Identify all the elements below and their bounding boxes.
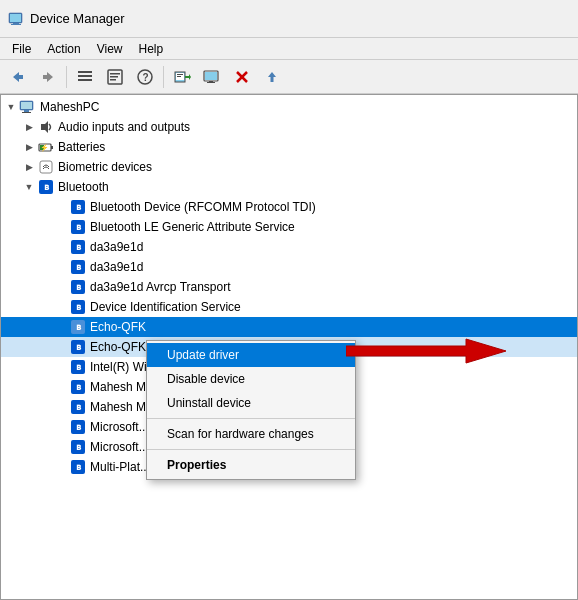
svg-marker-31 — [41, 121, 48, 133]
svg-marker-4 — [13, 72, 23, 82]
tree-item-device-id[interactable]: ʙ Device Identification Service — [1, 297, 577, 317]
context-menu-scan-hardware[interactable]: Scan for hardware changes — [147, 422, 355, 446]
monitor-button[interactable] — [198, 63, 226, 91]
tree-item-bt-le[interactable]: ʙ Bluetooth LE Generic Attribute Service — [1, 217, 577, 237]
title-bar-icon — [8, 11, 24, 27]
bluetooth-mahesh2-icon: ʙ — [69, 399, 87, 415]
svg-marker-37 — [346, 339, 506, 363]
device-properties-button[interactable] — [101, 63, 129, 91]
bluetooth-multip-icon: ʙ — [69, 459, 87, 475]
context-menu-separator-2 — [147, 449, 355, 450]
svg-marker-26 — [268, 72, 276, 82]
audio-icon — [37, 119, 55, 135]
menu-bar: File Action View Help — [0, 38, 578, 60]
toolbar: ? — [0, 60, 578, 94]
bluetooth-microsoft1-icon: ʙ — [69, 419, 87, 435]
svg-rect-28 — [21, 102, 32, 109]
bluetooth-le-icon: ʙ — [69, 219, 87, 235]
toolbar-separator-1 — [66, 66, 67, 88]
computer-icon — [19, 99, 37, 115]
device-id-label: Device Identification Service — [90, 297, 241, 317]
da3a-avrcp-label: da3a9e1d Avrcp Transport — [90, 277, 231, 297]
svg-marker-5 — [43, 72, 53, 82]
bluetooth-icon: ʙ — [37, 179, 55, 195]
tree-item-da3a2[interactable]: ʙ da3a9e1d — [1, 257, 577, 277]
da3a2-label: da3a9e1d — [90, 257, 143, 277]
expand-biometric[interactable]: ▶ — [21, 159, 37, 175]
bluetooth-device-icon: ʙ — [69, 199, 87, 215]
context-menu-update-driver[interactable]: Update driver — [147, 343, 355, 367]
echo-qfk-1-label: Echo-QFK — [90, 317, 146, 337]
bluetooth-echo2-icon: ʙ — [69, 339, 87, 355]
battery-icon: ⚡ — [37, 139, 55, 155]
svg-marker-19 — [185, 74, 191, 80]
bluetooth-intel-icon: ʙ — [69, 359, 87, 375]
title-bar-text: Device Manager — [30, 11, 125, 26]
back-button[interactable] — [4, 63, 32, 91]
svg-rect-17 — [177, 74, 183, 75]
svg-rect-33 — [51, 146, 53, 149]
toolbar-separator-2 — [163, 66, 164, 88]
tree-item-da3a1[interactable]: ʙ da3a9e1d — [1, 237, 577, 257]
svg-rect-7 — [78, 75, 92, 77]
audio-label: Audio inputs and outputs — [58, 117, 190, 137]
tree-item-audio[interactable]: ▶ Audio inputs and outputs — [1, 117, 577, 137]
svg-rect-3 — [11, 24, 21, 25]
biometric-icon — [37, 159, 55, 175]
tree-item-batteries[interactable]: ▶ ⚡ Batteries — [1, 137, 577, 157]
bluetooth-avrcp-icon: ʙ — [69, 279, 87, 295]
svg-rect-8 — [78, 79, 92, 81]
action-menu[interactable]: Action — [39, 40, 88, 58]
svg-rect-23 — [207, 82, 215, 83]
expand-root[interactable]: ▼ — [3, 99, 19, 115]
tree-item-da3a-avrcp[interactable]: ʙ da3a9e1d Avrcp Transport — [1, 277, 577, 297]
file-menu[interactable]: File — [4, 40, 39, 58]
bluetooth-da3a1-icon: ʙ — [69, 239, 87, 255]
svg-text:?: ? — [143, 72, 149, 83]
context-menu-uninstall-device[interactable]: Uninstall device — [147, 391, 355, 415]
context-menu-disable-device[interactable]: Disable device — [147, 367, 355, 391]
uninstall-button[interactable] — [228, 63, 256, 91]
bt-rfcomm-label: Bluetooth Device (RFCOMM Protocol TDI) — [90, 197, 316, 217]
context-menu-separator — [147, 418, 355, 419]
echo-qfk-2-label: Echo-QFK — [90, 337, 146, 357]
bt-le-label: Bluetooth LE Generic Attribute Service — [90, 217, 295, 237]
bluetooth-mahesh1-icon: ʙ — [69, 379, 87, 395]
root-label: MaheshPC — [40, 97, 99, 117]
svg-rect-18 — [177, 76, 181, 77]
update-driver-button[interactable] — [168, 63, 196, 91]
svg-rect-6 — [78, 71, 92, 73]
tree-item-biometric[interactable]: ▶ Biometric devices — [1, 157, 577, 177]
expand-bluetooth[interactable]: ▼ — [21, 179, 37, 195]
svg-rect-10 — [110, 73, 120, 75]
scan-button[interactable] — [258, 63, 286, 91]
svg-text:⚡: ⚡ — [40, 143, 49, 152]
batteries-label: Batteries — [58, 137, 105, 157]
forward-button[interactable] — [34, 63, 62, 91]
tree-item-bluetooth[interactable]: ▼ ʙ Bluetooth — [1, 177, 577, 197]
biometric-label: Biometric devices — [58, 157, 152, 177]
svg-rect-1 — [10, 14, 21, 22]
red-arrow-indicator — [346, 337, 506, 368]
help-menu[interactable]: Help — [131, 40, 172, 58]
bluetooth-echo1-icon: ʙ — [69, 319, 87, 335]
title-bar: Device Manager — [0, 0, 578, 38]
multi-plat-label: Multi-Plat... — [90, 457, 150, 477]
context-menu: Update driver Disable device Uninstall d… — [146, 340, 356, 480]
svg-rect-30 — [22, 112, 31, 113]
tree-item-echo-qfk-1[interactable]: ʙ Echo-QFK — [1, 317, 577, 337]
svg-rect-12 — [110, 79, 116, 81]
tree-item-bt-rfcomm[interactable]: ʙ Bluetooth Device (RFCOMM Protocol TDI) — [1, 197, 577, 217]
main-content: ▼ MaheshPC ▶ Audio inputs and output — [0, 94, 578, 600]
context-menu-properties[interactable]: Properties — [147, 453, 355, 477]
bluetooth-da3a2-icon: ʙ — [69, 259, 87, 275]
bluetooth-label: Bluetooth — [58, 177, 109, 197]
view-menu[interactable]: View — [89, 40, 131, 58]
help-button[interactable]: ? — [131, 63, 159, 91]
expand-batteries[interactable]: ▶ — [21, 139, 37, 155]
da3a1-label: da3a9e1d — [90, 237, 143, 257]
tree-item-root[interactable]: ▼ MaheshPC — [1, 97, 577, 117]
microsoft-1-label: Microsoft... — [90, 417, 149, 437]
show-properties-button[interactable] — [71, 63, 99, 91]
expand-audio[interactable]: ▶ — [21, 119, 37, 135]
